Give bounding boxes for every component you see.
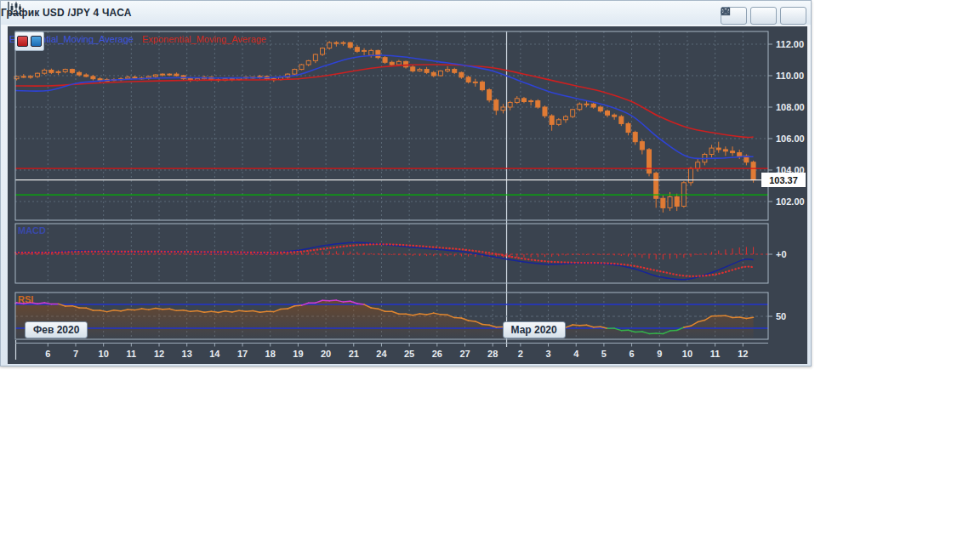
ema-slow-legend-label: Exponential_Moving_Average xyxy=(142,34,266,44)
month-button-feb-2020[interactable]: Фев 2020 xyxy=(25,321,88,338)
candlestick-chart-icon xyxy=(8,1,22,14)
x-tick-label: 11 xyxy=(710,349,721,359)
x-tick-label: 11 xyxy=(127,349,137,359)
rsi-mid-tick-label: 50 xyxy=(776,311,786,321)
x-tick-label: 28 xyxy=(487,349,498,359)
x-tick-label: 21 xyxy=(349,349,359,359)
x-tick-label: 10 xyxy=(99,349,109,359)
macd-panel xyxy=(15,242,768,279)
x-tick-label: 10 xyxy=(682,349,692,359)
macd-zero-tick-label: +0 xyxy=(776,249,787,259)
x-tick-label: 14 xyxy=(209,349,220,359)
x-tick-label: 3 xyxy=(545,349,550,359)
x-tick-label: 27 xyxy=(459,349,470,359)
month-button-mar-2020[interactable]: Мар 2020 xyxy=(503,321,566,338)
x-tick-label: 26 xyxy=(432,349,442,359)
price-tick-label: 112.00 xyxy=(776,39,804,49)
x-tick-label: 25 xyxy=(404,349,414,359)
red-series-swatch-button[interactable] xyxy=(17,36,28,47)
legend-button-panel xyxy=(14,31,44,51)
x-tick-label: 18 xyxy=(265,349,276,359)
close-button[interactable] xyxy=(780,7,806,25)
x-tick-label: 9 xyxy=(657,349,662,359)
x-tick-label: 24 xyxy=(376,349,387,359)
window-controls xyxy=(721,7,806,25)
restore-button[interactable] xyxy=(750,7,777,25)
price-tick-label: 108.00 xyxy=(776,102,805,112)
price-tick-label: 110.00 xyxy=(776,71,804,81)
x-tick-label: 2 xyxy=(518,349,523,359)
price-tick-label: 106.00 xyxy=(776,133,805,144)
rsi-panel xyxy=(15,300,768,339)
chart-client-area: 6710111213141718192021242526272823456910… xyxy=(8,26,807,364)
macd-panel-label: MACD xyxy=(18,225,46,236)
chart-window: График USD /JPY 4 ЧАСА 67101112131417181… xyxy=(0,0,812,366)
x-tick-label: 17 xyxy=(237,349,248,359)
price-tick-label: 102.00 xyxy=(776,196,805,207)
blue-series-swatch-button[interactable] xyxy=(31,36,42,47)
rsi-panel-label: RSI xyxy=(18,294,33,304)
x-tick-label: 5 xyxy=(601,349,607,359)
chart-canvas[interactable]: 6710111213141718192021242526272823456910… xyxy=(8,26,807,364)
x-tick-label: 19 xyxy=(293,349,303,359)
current-price-tag: 103.37 xyxy=(761,173,806,187)
close-icon xyxy=(721,7,731,16)
x-tick-label: 7 xyxy=(73,349,78,359)
x-tick-label: 13 xyxy=(182,349,192,359)
x-tick-label: 12 xyxy=(738,349,748,359)
x-tick-label: 4 xyxy=(573,349,579,359)
indicator-legend: Exponential_Moving_Average Exponential_M… xyxy=(9,34,266,44)
x-tick-label: 6 xyxy=(630,349,635,359)
x-tick-label: 12 xyxy=(154,349,164,359)
title-bar[interactable]: График USD /JPY 4 ЧАСА xyxy=(1,1,811,25)
x-tick-label: 6 xyxy=(45,349,50,359)
x-tick-label: 20 xyxy=(321,349,331,359)
x-axis: 6710111213141718192021242526272823456910… xyxy=(15,344,768,360)
